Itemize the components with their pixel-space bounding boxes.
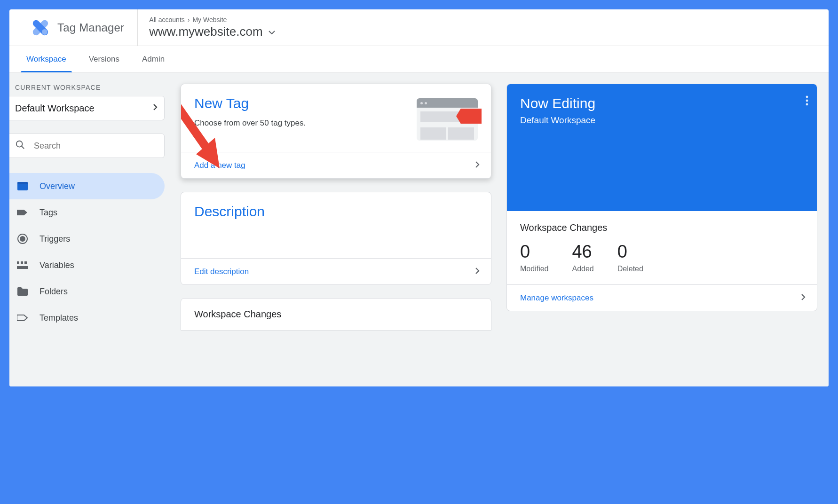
svg-point-3 bbox=[16, 141, 23, 147]
stat-added: 46 Added bbox=[572, 242, 593, 273]
tab-versions[interactable]: Versions bbox=[78, 46, 131, 72]
add-new-tag-button[interactable]: Add a new tag bbox=[181, 152, 491, 178]
search-box[interactable] bbox=[9, 134, 165, 158]
add-new-tag-label: Add a new tag bbox=[194, 161, 245, 170]
container-domain: www.mywebsite.com bbox=[149, 24, 262, 39]
stat-deleted-label: Deleted bbox=[617, 265, 643, 273]
stat-modified: 0 Modified bbox=[520, 242, 548, 273]
chevron-right-icon bbox=[475, 267, 480, 276]
nav-label: Triggers bbox=[40, 234, 70, 244]
workspace-name: Default Workspace bbox=[15, 103, 95, 114]
svg-point-15 bbox=[806, 96, 808, 98]
chevron-right-icon bbox=[153, 103, 158, 113]
sidebar: CURRENT WORKSPACE Default Workspace bbox=[9, 72, 169, 386]
stat-deleted-value: 0 bbox=[617, 242, 643, 262]
chevron-right-icon bbox=[801, 293, 806, 303]
search-icon bbox=[15, 140, 25, 152]
edit-description-label: Edit description bbox=[194, 267, 249, 276]
variables-icon bbox=[17, 260, 28, 271]
nav-label: Folders bbox=[40, 287, 68, 297]
tab-admin[interactable]: Admin bbox=[131, 46, 176, 72]
nav-label: Variables bbox=[40, 260, 74, 270]
stat-added-label: Added bbox=[572, 265, 593, 273]
account-switcher[interactable]: All accounts › My Website www.mywebsite.… bbox=[138, 16, 275, 39]
nav-variables[interactable]: Variables bbox=[9, 252, 165, 278]
chevron-right-icon bbox=[475, 161, 480, 170]
now-editing-card: Now Editing Default Workspace Workspace … bbox=[506, 84, 817, 311]
svg-rect-9 bbox=[17, 261, 19, 264]
now-editing-subtitle: Default Workspace bbox=[520, 115, 804, 126]
breadcrumb-container: My Website bbox=[192, 16, 227, 24]
svg-point-17 bbox=[806, 103, 808, 106]
overview-icon bbox=[17, 181, 28, 192]
chevron-right-icon: › bbox=[188, 16, 190, 24]
app-header: Tag Manager All accounts › My Website ww… bbox=[9, 9, 829, 46]
svg-rect-6 bbox=[17, 182, 28, 184]
nav-overview[interactable]: Overview bbox=[9, 173, 165, 199]
search-input[interactable] bbox=[34, 141, 158, 151]
breadcrumb-accounts: All accounts bbox=[149, 16, 184, 24]
tag-icon bbox=[17, 207, 28, 218]
tab-bar: Workspace Versions Admin bbox=[9, 46, 829, 72]
current-workspace-label: CURRENT WORKSPACE bbox=[9, 84, 165, 91]
workspace-changes-title: Workspace Changes bbox=[194, 309, 478, 320]
breadcrumb: All accounts › My Website bbox=[149, 16, 275, 24]
nav-label: Templates bbox=[40, 313, 78, 323]
svg-point-2 bbox=[42, 29, 47, 35]
tab-workspace[interactable]: Workspace bbox=[15, 46, 78, 72]
main-content: New Tag Choose from over 50 tag types. bbox=[169, 72, 829, 386]
template-icon bbox=[17, 312, 28, 323]
now-editing-title: Now Editing bbox=[520, 95, 804, 111]
more-vert-icon bbox=[806, 95, 808, 106]
nav-tags[interactable]: Tags bbox=[9, 199, 165, 226]
stat-added-value: 46 bbox=[572, 242, 593, 262]
stat-deleted: 0 Deleted bbox=[617, 242, 643, 273]
trigger-icon bbox=[17, 233, 28, 244]
nav-label: Overview bbox=[40, 181, 75, 191]
manage-workspaces-label: Manage workspaces bbox=[520, 293, 593, 303]
new-tag-card: New Tag Choose from over 50 tag types. bbox=[181, 84, 491, 179]
stat-modified-label: Modified bbox=[520, 265, 548, 273]
workspace-changes-card: Workspace Changes bbox=[181, 298, 491, 331]
workspace-changes-label: Workspace Changes bbox=[520, 222, 804, 233]
new-tag-desc: Choose from over 50 tag types. bbox=[194, 117, 407, 129]
logo-area: Tag Manager bbox=[32, 9, 138, 46]
edit-description-button[interactable]: Edit description bbox=[181, 258, 491, 284]
more-menu-button[interactable] bbox=[806, 95, 808, 108]
nav-triggers[interactable]: Triggers bbox=[9, 226, 165, 252]
svg-rect-12 bbox=[17, 266, 28, 269]
svg-rect-10 bbox=[21, 261, 23, 264]
svg-line-4 bbox=[22, 146, 24, 149]
svg-rect-11 bbox=[24, 261, 27, 264]
svg-point-16 bbox=[806, 100, 808, 102]
stat-modified-value: 0 bbox=[520, 242, 548, 262]
description-card: Description Edit description bbox=[181, 192, 491, 285]
new-tag-title: New Tag bbox=[194, 95, 407, 111]
folder-icon bbox=[17, 286, 28, 297]
nav-label: Tags bbox=[40, 208, 57, 218]
svg-point-8 bbox=[20, 236, 25, 242]
caret-down-icon bbox=[269, 28, 275, 36]
product-name: Tag Manager bbox=[57, 21, 124, 34]
workspace-selector[interactable]: Default Workspace bbox=[9, 96, 165, 120]
manage-workspaces-button[interactable]: Manage workspaces bbox=[507, 284, 817, 311]
tag-illustration-icon bbox=[417, 98, 478, 141]
tag-manager-logo-icon bbox=[32, 19, 49, 36]
nav-templates[interactable]: Templates bbox=[9, 305, 165, 331]
nav-folders[interactable]: Folders bbox=[9, 278, 165, 305]
description-title: Description bbox=[194, 204, 265, 241]
